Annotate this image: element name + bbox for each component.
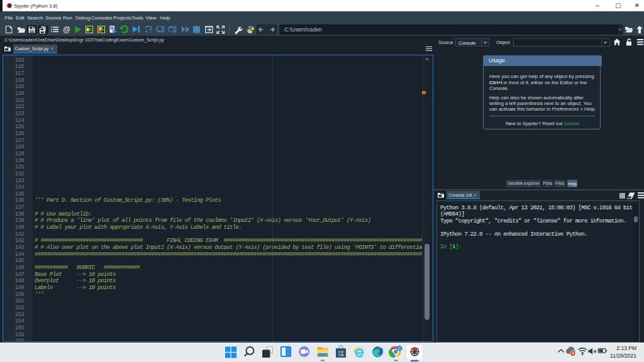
svg-text:@: @	[63, 25, 70, 34]
svg-text:C: C	[398, 346, 401, 351]
svg-text:C:\Users\caden: C:\Users\caden	[284, 26, 322, 33]
